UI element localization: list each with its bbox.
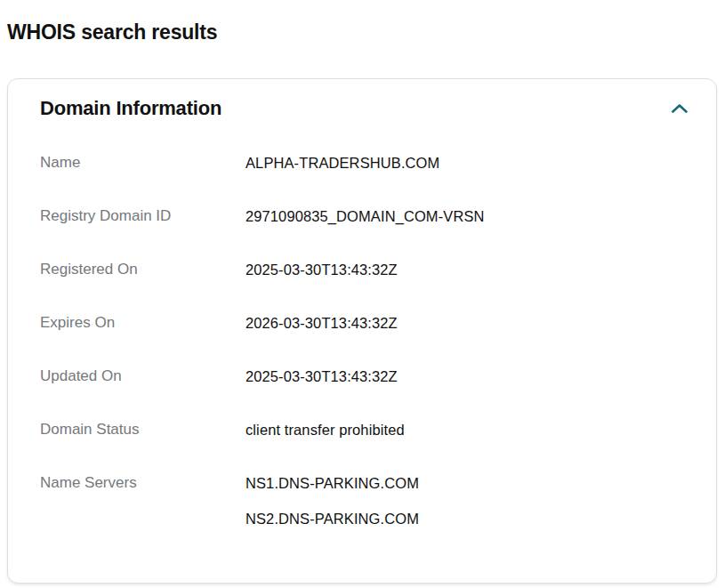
updated-on-value: 2025-03-30T13:43:32Z	[245, 366, 695, 387]
row-label: Registered On	[40, 259, 245, 280]
row-values: 2026-03-30T13:43:32Z	[245, 312, 695, 334]
row-label: Expires On	[40, 312, 245, 334]
row-values: NS1.DNS-PARKING.COM NS2.DNS-PARKING.COM	[245, 472, 695, 529]
expires-on-value: 2026-03-30T13:43:32Z	[245, 312, 695, 334]
row-label: Domain Status	[40, 419, 245, 440]
domain-information-card: Domain Information Name ALPHA-TRADERSHUB…	[7, 78, 717, 584]
row-values: client transfer prohibited	[245, 419, 695, 440]
whois-row-updated-on: Updated On 2025-03-30T13:43:32Z	[40, 350, 695, 403]
page-title: WHOIS search results	[0, 0, 724, 46]
chevron-up-icon	[670, 101, 689, 116]
row-values: ALPHA-TRADERSHUB.COM	[245, 152, 695, 173]
whois-row-registered-on: Registered On 2025-03-30T13:43:32Z	[40, 243, 695, 296]
collapse-card-button[interactable]	[666, 98, 693, 119]
card-title: Domain Information	[40, 93, 221, 124]
row-values: 2025-03-30T13:43:32Z	[245, 366, 695, 387]
whois-row-name: Name ALPHA-TRADERSHUB.COM	[40, 136, 695, 189]
name-server-1-value: NS1.DNS-PARKING.COM	[245, 472, 695, 494]
whois-row-registry-domain-id: Registry Domain ID 2971090835_DOMAIN_COM…	[40, 189, 695, 243]
domain-name-value: ALPHA-TRADERSHUB.COM	[245, 152, 695, 173]
whois-rows: Name ALPHA-TRADERSHUB.COM Registry Domai…	[40, 136, 695, 545]
row-label: Name	[40, 152, 245, 173]
row-label: Registry Domain ID	[40, 205, 245, 227]
row-values: 2971090835_DOMAIN_COM-VRSN	[245, 205, 695, 227]
domain-status-value: client transfer prohibited	[245, 419, 695, 440]
registered-on-value: 2025-03-30T13:43:32Z	[245, 259, 695, 280]
whois-results-page: WHOIS search results Domain Information …	[0, 0, 724, 588]
domain-information-card-header: Domain Information	[40, 93, 695, 124]
registry-domain-id-value: 2971090835_DOMAIN_COM-VRSN	[245, 205, 695, 227]
name-server-2-value: NS2.DNS-PARKING.COM	[245, 508, 695, 529]
row-label: Name Servers	[40, 472, 245, 494]
whois-row-domain-status: Domain Status client transfer prohibited	[40, 403, 695, 456]
whois-row-expires-on: Expires On 2026-03-30T13:43:32Z	[40, 296, 695, 350]
row-label: Updated On	[40, 366, 245, 387]
whois-row-name-servers: Name Servers NS1.DNS-PARKING.COM NS2.DNS…	[40, 456, 695, 545]
row-values: 2025-03-30T13:43:32Z	[245, 259, 695, 280]
